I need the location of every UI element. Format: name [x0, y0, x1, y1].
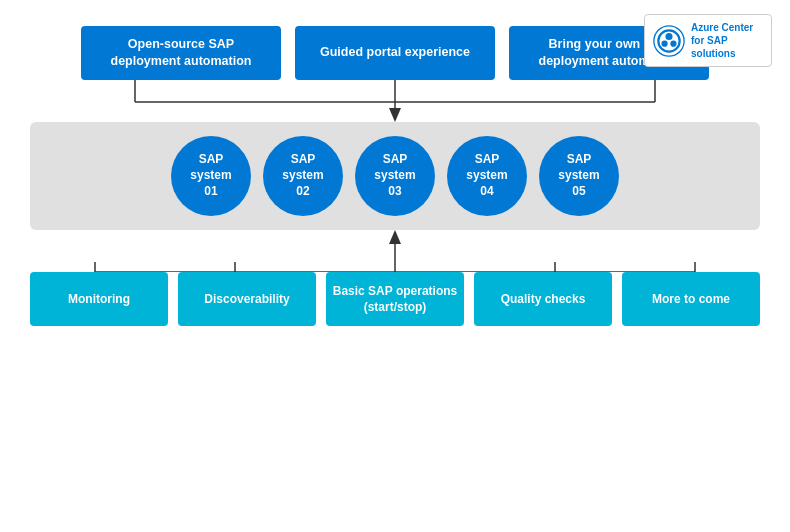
- sap-02-line2: system: [282, 168, 323, 184]
- discoverability-label: Discoverability: [204, 291, 289, 307]
- svg-point-3: [661, 40, 667, 46]
- bottom-connectors-svg: [35, 230, 755, 272]
- sap-system-03: SAP system 03: [355, 136, 435, 216]
- sap-system-02: SAP system 02: [263, 136, 343, 216]
- sap-01-line3: 01: [204, 184, 217, 200]
- guided-portal-box: Guided portal experience: [295, 26, 495, 80]
- quality-checks-label: Quality checks: [501, 291, 586, 307]
- guided-portal-label: Guided portal experience: [320, 44, 470, 61]
- svg-point-4: [670, 40, 676, 46]
- quality-checks-box: Quality checks: [474, 272, 612, 326]
- open-source-box: Open-source SAP deployment automation: [81, 26, 281, 80]
- sap-05-line1: SAP: [567, 152, 592, 168]
- sap-01-line1: SAP: [199, 152, 224, 168]
- basic-ops-label: Basic SAP operations (start/stop): [332, 283, 458, 315]
- sap-02-line3: 02: [296, 184, 309, 200]
- sap-01-line2: system: [190, 168, 231, 184]
- sap-04-line2: system: [466, 168, 507, 184]
- sap-system-05: SAP system 05: [539, 136, 619, 216]
- bottom-connectors: [35, 230, 755, 272]
- top-connectors: [35, 80, 755, 122]
- more-to-come-label: More to come: [652, 291, 730, 307]
- sap-system-01: SAP system 01: [171, 136, 251, 216]
- open-source-label: Open-source SAP deployment automation: [95, 36, 267, 70]
- sap-05-line3: 05: [572, 184, 585, 200]
- sap-02-line1: SAP: [291, 152, 316, 168]
- svg-marker-11: [389, 230, 401, 244]
- sap-05-line2: system: [558, 168, 599, 184]
- azure-logo-icon: [653, 25, 685, 57]
- more-to-come-box: More to come: [622, 272, 760, 326]
- sap-04-line1: SAP: [475, 152, 500, 168]
- top-connectors-svg: [35, 80, 755, 122]
- sap-system-04: SAP system 04: [447, 136, 527, 216]
- discoverability-box: Discoverability: [178, 272, 316, 326]
- svg-marker-7: [389, 108, 401, 122]
- sap-03-line1: SAP: [383, 152, 408, 168]
- middle-band: SAP system 01 SAP system 02 SAP system 0…: [30, 122, 760, 230]
- sap-04-line3: 04: [480, 184, 493, 200]
- monitoring-label: Monitoring: [68, 291, 130, 307]
- bottom-row: Monitoring Discoverability Basic SAP ope…: [30, 272, 760, 326]
- monitoring-box: Monitoring: [30, 272, 168, 326]
- azure-badge-text: Azure Centerfor SAPsolutions: [691, 21, 753, 60]
- sap-03-line3: 03: [388, 184, 401, 200]
- sap-03-line2: system: [374, 168, 415, 184]
- basic-ops-box: Basic SAP operations (start/stop): [326, 272, 464, 326]
- diagram-container: Azure Centerfor SAPsolutions Open-source…: [0, 0, 790, 532]
- svg-point-2: [665, 33, 672, 40]
- azure-badge: Azure Centerfor SAPsolutions: [644, 14, 772, 67]
